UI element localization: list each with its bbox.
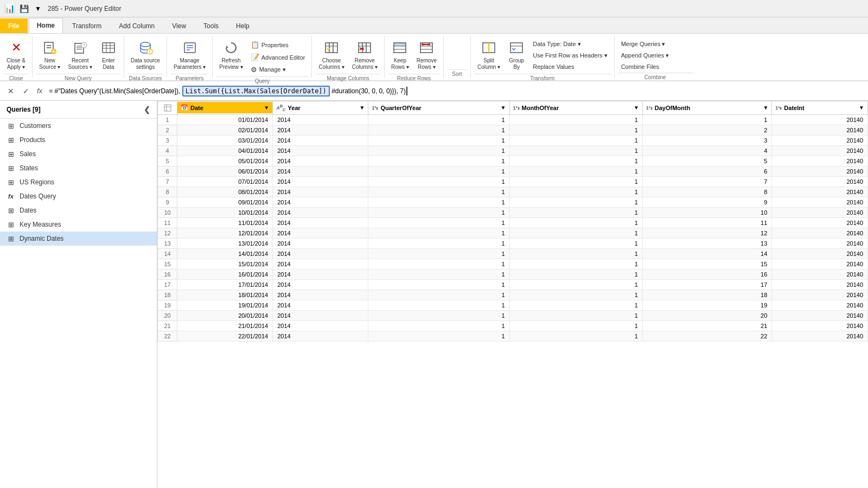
- formula-cancel-button[interactable]: ✕: [4, 85, 17, 98]
- quarter-cell: 1: [368, 156, 509, 166]
- transform-group-label: Transform: [474, 74, 611, 81]
- quarter-cell: 1: [368, 238, 509, 248]
- date-cell: 19/01/2014: [177, 300, 273, 310]
- day-cell: 13: [642, 238, 772, 248]
- table-icon: ⊞: [7, 206, 15, 215]
- use-first-row-button[interactable]: Use First Row as Headers ▾: [529, 50, 610, 61]
- year-cell: 2014: [273, 331, 368, 341]
- col-header-date[interactable]: 📅 Date ▼: [177, 101, 273, 115]
- sidebar-item-sales[interactable]: ⊞ Sales: [0, 147, 157, 161]
- dateint-cell: 20140: [772, 207, 868, 217]
- year-cell: 2014: [273, 166, 368, 176]
- quarter-cell: 1: [368, 228, 509, 238]
- merge-queries-button[interactable]: Merge Queries ▾: [618, 39, 673, 49]
- sidebar-item-states[interactable]: ⊞ States: [0, 161, 157, 175]
- save-icon[interactable]: 💾: [18, 3, 29, 14]
- manage-parameters-button[interactable]: ManageParameters ▾: [170, 37, 209, 73]
- day-cell: 1: [642, 114, 772, 125]
- advanced-editor-button[interactable]: 📝 Advanced Editor: [247, 52, 309, 63]
- tab-help[interactable]: Help: [228, 18, 258, 33]
- reduce-rows-group-label: Reduce Rows: [388, 74, 440, 81]
- refresh-preview-button[interactable]: RefreshPreview ▾: [216, 37, 246, 73]
- enter-data-button[interactable]: EnterData: [97, 37, 120, 73]
- dateint-cell: 20140: [772, 248, 868, 259]
- col-header-dateint[interactable]: 1²₃ DateInt ▼: [772, 101, 868, 115]
- tab-file[interactable]: File: [0, 18, 28, 33]
- row-num-cell: 3: [158, 135, 177, 145]
- tab-tools[interactable]: Tools: [195, 18, 227, 33]
- day-cell: 7: [642, 176, 772, 187]
- function-icon: fx: [7, 192, 15, 201]
- sidebar-item-dynamic-dates[interactable]: ⊞ Dynamic Dates: [0, 232, 157, 246]
- row-num-cell: 17: [158, 279, 177, 290]
- month-cell: 1: [509, 135, 642, 145]
- table-icon: ⊞: [7, 136, 15, 144]
- append-queries-button[interactable]: Append Queries ▾: [618, 50, 673, 61]
- data-table-area[interactable]: 📅 Date ▼ ABC Year ▼: [157, 101, 868, 488]
- svg-point-16: [141, 42, 150, 47]
- tab-transform[interactable]: Transform: [64, 18, 110, 33]
- data-type-button[interactable]: Data Type: Date ▾: [529, 39, 610, 49]
- sidebar-collapse-button[interactable]: ❮: [144, 105, 150, 114]
- dateint-cell: 20140: [772, 135, 868, 145]
- tab-home[interactable]: Home: [29, 18, 63, 33]
- year-cell: 2014: [273, 217, 368, 228]
- formula-confirm-button[interactable]: ✓: [20, 85, 33, 98]
- col-header-year[interactable]: ABC Year ▼: [273, 101, 368, 115]
- recent-sources-button[interactable]: RecentSources ▾: [65, 37, 95, 73]
- keep-rows-button[interactable]: KeepRows ▾: [388, 37, 412, 73]
- manage-button[interactable]: ⚙ Manage ▾: [247, 64, 309, 75]
- dateint-cell: 20140: [772, 166, 868, 176]
- replace-values-button[interactable]: Replace Values: [529, 62, 610, 72]
- date-cell: 11/01/2014: [177, 217, 273, 228]
- dateint-cell: 20140: [772, 187, 868, 197]
- date-cell: 01/01/2014: [177, 114, 273, 125]
- ribbon-group-combine: Merge Queries ▾ Append Queries ▾ Combine…: [615, 36, 696, 78]
- split-column-button[interactable]: SplitColumn ▾: [474, 37, 503, 73]
- undo-icon[interactable]: ▼: [33, 3, 43, 14]
- row-num-cell: 13: [158, 238, 177, 248]
- table-row: 202/01/2014201411220140: [158, 125, 868, 135]
- new-query-group-label: New Query: [36, 74, 120, 81]
- year-cell: 2014: [273, 320, 368, 331]
- data-source-settings-button[interactable]: Data sourcesettings: [127, 37, 163, 73]
- close-apply-button[interactable]: ✕ Close &Apply ▾: [3, 37, 29, 73]
- sidebar-item-dates-query[interactable]: fx Dates Query: [0, 189, 157, 203]
- dateint-cell: 20140: [772, 217, 868, 228]
- day-cell: 6: [642, 166, 772, 176]
- sidebar-item-key-measures[interactable]: ⊞ Key Measures: [0, 217, 157, 232]
- quarter-cell: 1: [368, 279, 509, 290]
- sort-group-label: Sort: [447, 69, 467, 77]
- col-header-monthofyear[interactable]: 1²₃ MonthOfYear ▼: [509, 101, 642, 115]
- data-table: 📅 Date ▼ ABC Year ▼: [157, 101, 868, 342]
- month-cell: 1: [509, 290, 642, 300]
- sidebar-item-products[interactable]: ⊞ Products: [0, 133, 157, 147]
- table-row: 1616/01/20142014111620140: [158, 269, 868, 279]
- main-area: Queries [9] ❮ ⊞ Customers ⊞ Products ⊞ S…: [0, 101, 868, 488]
- col-header-dayofmonth[interactable]: 1²₃ DayOfMonth ▼: [642, 101, 772, 115]
- sidebar-item-dates[interactable]: ⊞ Dates: [0, 203, 157, 217]
- month-cell: 1: [509, 331, 642, 341]
- dateint-cell: 20140: [772, 331, 868, 341]
- combine-files-button[interactable]: Combine Files: [618, 62, 673, 72]
- col-header-quarterofyear[interactable]: 1²₃ QuarterOfYear ▼: [368, 101, 509, 115]
- day-cell: 14: [642, 248, 772, 259]
- col-header-rownum: [158, 101, 177, 115]
- quarter-cell: 1: [368, 145, 509, 156]
- svg-rect-46: [510, 43, 522, 53]
- sidebar-item-us-regions[interactable]: ⊞ US Regions: [0, 175, 157, 189]
- sidebar-item-customers[interactable]: ⊞ Customers: [0, 119, 157, 133]
- remove-rows-button[interactable]: RemoveRows ▾: [413, 37, 440, 73]
- month-cell: 1: [509, 300, 642, 310]
- new-source-button[interactable]: NewSource ▾: [36, 37, 63, 73]
- choose-columns-button[interactable]: ChooseColumns ▾: [315, 37, 347, 73]
- group-by-button[interactable]: GroupBy: [505, 37, 528, 73]
- date-cell: 08/01/2014: [177, 187, 273, 197]
- tab-view[interactable]: View: [164, 18, 194, 33]
- quarter-cell: 1: [368, 125, 509, 135]
- properties-button[interactable]: 📋 Properties: [247, 39, 309, 50]
- dateint-cell: 20140: [772, 238, 868, 248]
- date-cell: 06/01/2014: [177, 166, 273, 176]
- tab-add-column[interactable]: Add Column: [111, 18, 163, 33]
- remove-columns-button[interactable]: RemoveColumns ▾: [349, 37, 381, 73]
